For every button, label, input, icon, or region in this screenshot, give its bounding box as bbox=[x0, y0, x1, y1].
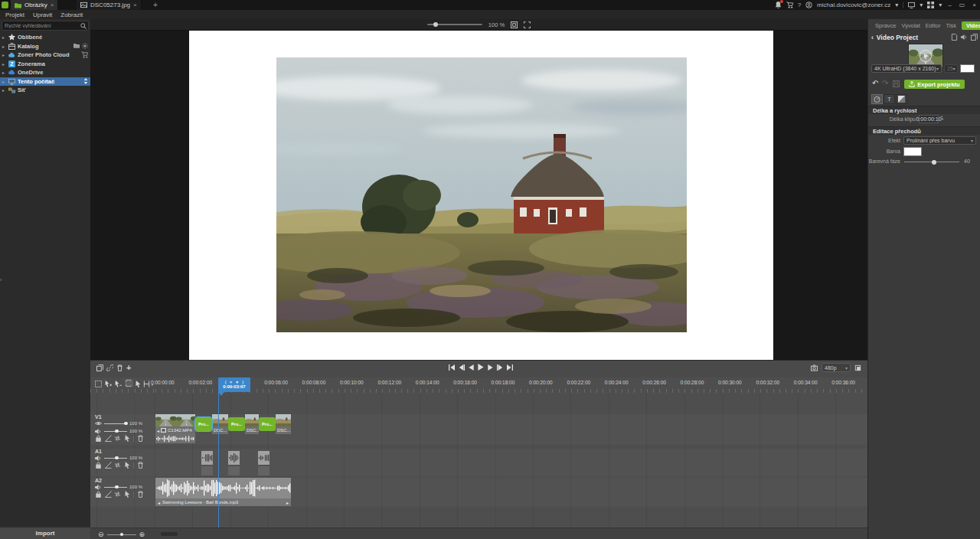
go-to-end-button[interactable] bbox=[507, 364, 513, 371]
fullscreen-icon[interactable] bbox=[524, 21, 531, 28]
trim-handle-icon[interactable]: ▸ bbox=[286, 500, 289, 505]
add-clip-icon[interactable]: + bbox=[126, 363, 131, 372]
delete-track-icon[interactable] bbox=[137, 491, 144, 498]
trim-tool-icon[interactable] bbox=[143, 381, 150, 387]
volume-slider[interactable] bbox=[104, 487, 127, 488]
duplicate-project-icon[interactable] bbox=[971, 34, 978, 41]
transition-badge[interactable]: Pro... bbox=[259, 417, 276, 431]
menu-upravit[interactable]: Upravit bbox=[33, 11, 52, 18]
folder-icon[interactable] bbox=[74, 43, 80, 49]
layout-grid-icon[interactable] bbox=[927, 2, 934, 8]
expand-icon[interactable]: ▸ bbox=[2, 61, 6, 67]
timeline-ruler[interactable]: 0:00:00:000:00:02:000:00:04:000:00:06:00… bbox=[90, 377, 867, 393]
delete-track-icon[interactable] bbox=[137, 435, 144, 442]
sidebar-item-onedrive[interactable]: ▸OneDrive bbox=[0, 68, 90, 77]
minimize-button[interactable]: – bbox=[946, 2, 952, 8]
zoom-in-icon[interactable]: ⊕ bbox=[139, 531, 145, 538]
delete-track-icon[interactable] bbox=[137, 462, 144, 469]
close-tab-icon[interactable]: × bbox=[133, 2, 137, 8]
expand-icon[interactable]: ▸ bbox=[2, 87, 6, 93]
display-settings-icon[interactable] bbox=[908, 2, 915, 8]
delete-clip-icon[interactable] bbox=[116, 364, 123, 371]
save-icon[interactable] bbox=[893, 80, 900, 87]
module-tisk[interactable]: Tisk bbox=[946, 22, 956, 29]
chevron-down-icon[interactable]: ▾ bbox=[920, 2, 923, 8]
fade-icon[interactable] bbox=[105, 435, 112, 442]
duplicate-clip-icon[interactable] bbox=[96, 364, 103, 371]
module-vyvolat[interactable]: Vyvolat bbox=[902, 22, 920, 29]
previous-clip-button[interactable] bbox=[459, 364, 465, 371]
volume-icon[interactable] bbox=[95, 484, 102, 491]
search-box[interactable] bbox=[2, 21, 89, 31]
video-clip-dsc-2[interactable]: DSC... bbox=[245, 414, 259, 434]
menu-projekt[interactable]: Projekt bbox=[5, 11, 24, 18]
gear-icon[interactable] bbox=[82, 43, 88, 49]
export-project-button[interactable]: Export projektu bbox=[904, 80, 965, 89]
audio-clip[interactable] bbox=[201, 451, 213, 465]
restore-button[interactable]: ▭ bbox=[958, 2, 967, 8]
trim-handle-icon[interactable]: ◂ bbox=[158, 500, 160, 505]
frame-forward-button[interactable] bbox=[488, 364, 493, 371]
sidebar-item-star[interactable]: ▸Oblíbené bbox=[0, 33, 90, 42]
volume-slider[interactable] bbox=[104, 431, 127, 432]
phase-slider[interactable] bbox=[904, 162, 959, 162]
music-clip-label[interactable]: ◂ Swimming Lessons - Bail Bonds.mp3 ▸ bbox=[155, 498, 291, 506]
sidebar-item-zonerama[interactable]: ▸ZZonerama bbox=[0, 60, 90, 69]
audio-clip[interactable] bbox=[228, 451, 240, 465]
module-video[interactable]: Video bbox=[962, 21, 980, 30]
narration-icon[interactable] bbox=[961, 34, 968, 41]
timeline-scrollbar-thumb[interactable] bbox=[161, 532, 178, 536]
select-track-icon[interactable] bbox=[124, 435, 131, 442]
audio-clip-tail[interactable] bbox=[201, 466, 213, 475]
sort-icon[interactable] bbox=[83, 78, 88, 84]
sidebar-item-computer[interactable]: ▸Tento počítač bbox=[0, 77, 90, 87]
volume-slider[interactable] bbox=[104, 458, 127, 459]
subtract-select-tool-icon[interactable] bbox=[115, 381, 122, 387]
expand-icon[interactable]: ▸ bbox=[2, 70, 6, 75]
search-input[interactable] bbox=[2, 23, 80, 28]
transition-color-swatch[interactable] bbox=[903, 147, 922, 156]
select-track-icon[interactable] bbox=[124, 491, 131, 498]
zoom-out-icon[interactable]: ⊖ bbox=[98, 531, 104, 538]
sync-icon[interactable] bbox=[114, 491, 121, 498]
module-editor[interactable]: Editor bbox=[926, 22, 941, 29]
shop-cart-icon[interactable] bbox=[786, 2, 793, 8]
sidebar-item-network[interactable]: ▸Síť bbox=[0, 86, 90, 95]
video-clip-c1342[interactable]: ◂C1342.MP4 bbox=[155, 414, 195, 434]
panel-collapse-icon[interactable]: ‹ bbox=[0, 277, 2, 283]
new-document-icon[interactable] bbox=[951, 34, 958, 41]
fit-to-window-icon[interactable] bbox=[511, 21, 518, 28]
expand-icon[interactable]: ▸ bbox=[2, 44, 6, 49]
rect-select-tool-icon[interactable] bbox=[95, 381, 102, 387]
snapshot-camera-icon[interactable] bbox=[811, 364, 818, 371]
trim-handle-icon[interactable]: ◂ bbox=[157, 428, 159, 433]
playhead-marker[interactable]: ( × ▼ ) 0:00:03:07 bbox=[218, 377, 250, 392]
fade-icon[interactable] bbox=[105, 491, 112, 498]
account-icon[interactable] bbox=[805, 2, 812, 8]
cursor-tool-icon[interactable] bbox=[135, 381, 142, 387]
fade-icon[interactable] bbox=[105, 462, 112, 469]
timeline-zoom-slider[interactable] bbox=[107, 534, 136, 535]
select-track-icon[interactable] bbox=[124, 462, 131, 469]
lock-track-icon[interactable] bbox=[95, 491, 102, 498]
account-email[interactable]: michal.dovicovic@zoner.cz bbox=[817, 2, 890, 8]
expand-icon[interactable]: ▸ bbox=[2, 52, 6, 57]
tab-clip-settings[interactable] bbox=[871, 94, 883, 104]
search-icon[interactable] bbox=[80, 23, 87, 29]
back-icon[interactable]: ‹ bbox=[871, 34, 874, 41]
playhead-line[interactable] bbox=[218, 392, 219, 528]
transition-badge-selected[interactable]: Pro... bbox=[195, 417, 212, 431]
expand-icon[interactable]: ▸ bbox=[2, 79, 6, 84]
preview-zoom-slider[interactable] bbox=[427, 24, 482, 25]
sidebar-item-box[interactable]: ▸Katalog bbox=[0, 42, 90, 51]
chevron-down-icon[interactable]: ▾ bbox=[939, 2, 942, 8]
play-button[interactable] bbox=[478, 364, 484, 371]
account-chevron-icon[interactable]: ▾ bbox=[895, 2, 898, 8]
tab-text[interactable]: T bbox=[884, 94, 895, 104]
preview-quality-dropdown[interactable]: 480p ▾ bbox=[822, 363, 851, 372]
module-spravce[interactable]: Správce bbox=[875, 22, 897, 29]
close-button[interactable]: × bbox=[971, 2, 978, 8]
sidebar-item-cloud[interactable]: ▸Zoner Photo Cloud bbox=[0, 51, 90, 60]
help-icon[interactable]: ? bbox=[798, 2, 801, 8]
undo-button[interactable]: ↶ bbox=[872, 79, 878, 87]
